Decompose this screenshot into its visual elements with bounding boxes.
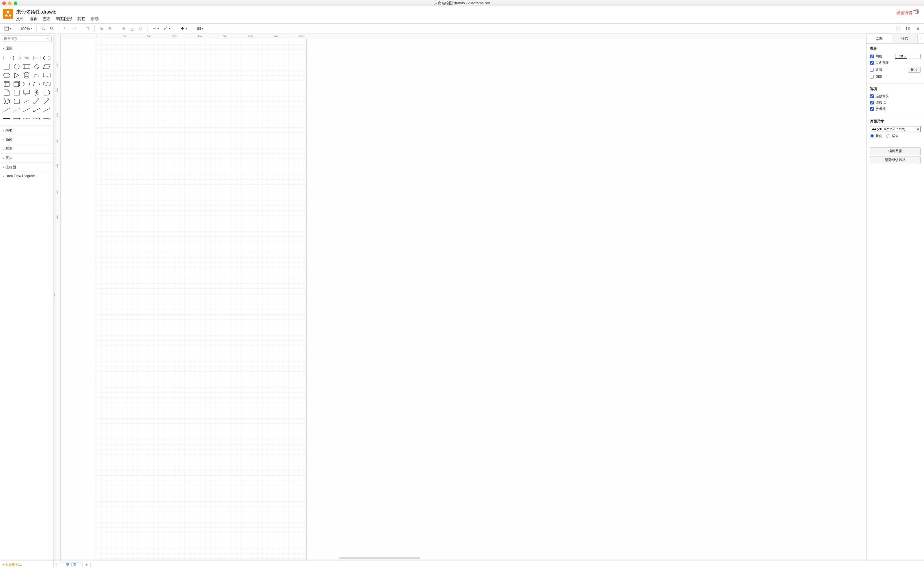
category-advanced[interactable]: ▸高级 (0, 135, 53, 144)
shape-curve[interactable] (22, 98, 31, 105)
shape-tape[interactable] (42, 80, 51, 88)
table-button[interactable]: ▾ (195, 25, 205, 32)
shadow-checkbox[interactable] (870, 75, 874, 79)
horizontal-scrollbar[interactable] (339, 557, 420, 559)
shape-data-storage[interactable] (12, 98, 21, 105)
grid-size-input[interactable] (895, 54, 907, 59)
tab-diagram[interactable]: 绘图 (867, 34, 892, 43)
shape-square[interactable] (2, 63, 11, 70)
category-arrows[interactable]: ▸箭头 (0, 153, 53, 163)
line-color-button[interactable] (129, 25, 136, 32)
shape-line[interactable] (22, 107, 31, 113)
shape-diamond[interactable] (32, 63, 41, 70)
shape-trapezoid[interactable] (32, 80, 41, 88)
page-menu-icon[interactable]: ⋮ (54, 562, 60, 567)
portrait-radio[interactable] (870, 134, 874, 138)
delete-button[interactable] (84, 25, 92, 32)
close-window-button[interactable] (2, 2, 6, 5)
shape-arrow[interactable] (42, 98, 51, 105)
pageview-checkbox[interactable] (870, 61, 874, 65)
undo-button[interactable] (62, 25, 69, 32)
insert-button[interactable]: ▾ (178, 25, 189, 32)
shape-internal-storage[interactable] (2, 80, 11, 88)
shape-connector-2[interactable] (12, 115, 21, 122)
page-tab-1[interactable]: 第 1 页 (60, 562, 83, 567)
language-icon[interactable] (914, 9, 919, 15)
shape-parallelogram[interactable] (42, 63, 51, 70)
shape-cylinder[interactable] (22, 72, 31, 79)
menu-help[interactable]: 帮助 (91, 17, 99, 22)
menu-file[interactable]: 文件 (16, 17, 24, 22)
shape-actor[interactable] (32, 89, 41, 96)
menu-edit[interactable]: 编辑 (29, 17, 38, 22)
view-mode-button[interactable]: ▾ (2, 25, 13, 32)
shape-rectangle[interactable] (2, 54, 11, 62)
shape-rounded-rect[interactable] (12, 54, 21, 62)
category-general[interactable]: ▾通用 (0, 44, 53, 53)
menu-view[interactable]: 查看 (43, 17, 51, 22)
background-image-button[interactable]: 图片 (908, 66, 921, 73)
shape-line-arrow[interactable] (42, 107, 51, 113)
drawing-page[interactable] (96, 39, 307, 560)
fullscreen-button[interactable] (895, 25, 902, 32)
shape-cloud[interactable] (32, 72, 41, 79)
grid-color-swatch[interactable] (909, 54, 921, 59)
shape-document[interactable] (42, 72, 51, 79)
shape-callout[interactable] (22, 89, 31, 96)
shape-cube[interactable] (12, 80, 21, 88)
more-shapes-button[interactable]: + 更多图形... (2, 562, 22, 567)
shape-step[interactable] (22, 80, 31, 88)
clear-style-button[interactable]: 清除默认风格 (870, 156, 921, 164)
shape-search[interactable] (2, 35, 52, 42)
shape-connector-1[interactable] (2, 115, 11, 122)
shape-hexagon[interactable] (2, 72, 11, 79)
conn-arrow-checkbox[interactable] (870, 94, 874, 98)
panel-close-icon[interactable]: × (918, 34, 924, 43)
edit-data-button[interactable]: 编辑数据 (870, 147, 921, 155)
shape-and[interactable] (42, 89, 51, 96)
shape-dotted-line[interactable] (12, 107, 21, 113)
shape-bidir-arrow[interactable] (32, 98, 41, 105)
zoom-out-button[interactable] (48, 25, 56, 32)
shape-or[interactable] (2, 98, 11, 105)
shape-textbox[interactable] (32, 54, 41, 62)
category-basic[interactable]: ▸基本 (0, 144, 53, 153)
zoom-dropdown[interactable]: 100%▾ (19, 27, 33, 31)
category-misc[interactable]: ▸杂项 (0, 125, 53, 135)
shape-process[interactable] (22, 63, 31, 70)
shape-note[interactable] (2, 89, 11, 96)
to-front-button[interactable] (98, 25, 105, 32)
guides-checkbox[interactable] (870, 107, 874, 111)
tab-style[interactable]: 样式 (892, 34, 918, 43)
shape-triangle[interactable] (12, 72, 21, 79)
collapse-button[interactable] (914, 25, 922, 32)
redo-button[interactable] (70, 25, 78, 32)
shape-card[interactable] (12, 89, 21, 96)
pagesize-select[interactable]: A4 (210 mm x 297 mm) (870, 126, 921, 132)
grid-checkbox[interactable] (870, 54, 874, 58)
category-dfd[interactable]: ▸Data Flow Diagram (0, 172, 53, 180)
menu-adjust-shape[interactable]: 调整图形 (56, 17, 72, 22)
format-panel-toggle[interactable] (904, 25, 912, 32)
menu-other[interactable]: 其它 (77, 17, 85, 22)
shape-connector-4[interactable] (32, 115, 41, 122)
conn-point-checkbox[interactable] (870, 101, 874, 104)
add-page-button[interactable]: + (83, 562, 91, 567)
shape-ellipse[interactable] (42, 54, 51, 62)
search-input[interactable] (4, 37, 47, 41)
shape-connector-3[interactable] (22, 115, 31, 122)
category-flowchart[interactable]: ▸流程图 (0, 163, 53, 172)
shadow-button[interactable] (137, 25, 145, 32)
to-back-button[interactable] (106, 25, 114, 32)
shape-text[interactable]: Text (22, 54, 31, 62)
background-checkbox[interactable] (870, 68, 874, 72)
shape-dashed-line[interactable] (2, 107, 11, 113)
canvas[interactable]: 0 100 200 300 400 500 600 700 800 100 20… (56, 34, 866, 560)
zoom-in-button[interactable] (39, 25, 47, 32)
fill-color-button[interactable] (120, 25, 127, 32)
shape-circle[interactable] (12, 63, 21, 70)
document-title[interactable]: 未命名绘图.drawio (16, 8, 99, 17)
shape-connector-5[interactable] (42, 115, 51, 122)
minimize-window-button[interactable] (8, 2, 12, 5)
waypoint-button[interactable]: ▾ (162, 25, 172, 32)
